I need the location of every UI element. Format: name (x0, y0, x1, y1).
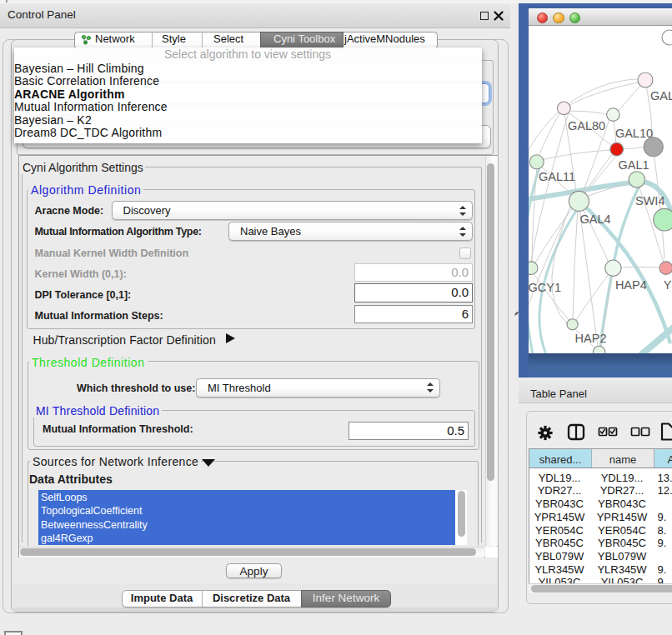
svg-text:Y: Y (664, 278, 672, 292)
svg-text:GCY1: GCY1 (529, 281, 561, 294)
svg-text:GAL: GAL (650, 89, 672, 102)
svg-text:GAL10: GAL10 (615, 127, 653, 140)
svg-text:GAL11: GAL11 (539, 170, 575, 183)
svg-text:SWI4: SWI4 (635, 194, 664, 208)
svg-text:HAP4: HAP4 (615, 278, 647, 292)
svg-text:GAL1: GAL1 (619, 158, 649, 172)
svg-text:HAP2: HAP2 (575, 332, 607, 345)
svg-text:GAL80: GAL80 (568, 119, 605, 132)
svg-text:GAL4: GAL4 (580, 212, 611, 226)
